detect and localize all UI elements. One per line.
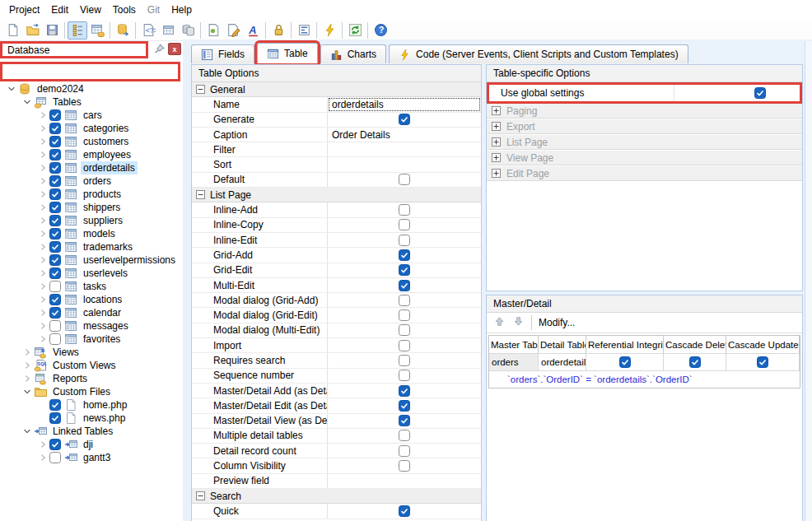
- tree-checkbox[interactable]: [49, 452, 61, 463]
- chevron-collapsed-icon[interactable]: [21, 359, 34, 372]
- chevron-collapsed-icon[interactable]: [36, 135, 49, 148]
- tree-item-employees[interactable]: employees: [0, 148, 183, 161]
- tab-fields[interactable]: Fields: [191, 44, 254, 63]
- column-header-master-table[interactable]: Master Table: [489, 336, 539, 353]
- chevron-collapsed-icon[interactable]: [36, 201, 49, 214]
- lightning-icon[interactable]: [320, 21, 339, 40]
- font-icon[interactable]: A: [243, 21, 263, 40]
- refresh-icon[interactable]: [345, 21, 365, 40]
- chevron-expanded-icon[interactable]: [21, 95, 34, 109]
- option-checkbox[interactable]: [328, 323, 481, 337]
- section-list-page[interactable]: List Page: [192, 188, 481, 202]
- chevron-collapsed-icon[interactable]: [21, 346, 34, 359]
- chevron-collapsed-icon[interactable]: [36, 161, 49, 174]
- menu-view[interactable]: View: [74, 4, 107, 16]
- tree-item-favorites[interactable]: favorites: [0, 333, 183, 346]
- option-checkbox[interactable]: [328, 308, 481, 322]
- option-value[interactable]: Order Details: [328, 128, 481, 142]
- table-grid-icon[interactable]: [158, 21, 178, 40]
- tree-item-customers[interactable]: customers: [0, 135, 183, 148]
- tab-table[interactable]: Table: [257, 43, 318, 63]
- option-checkbox[interactable]: [328, 293, 481, 307]
- chevron-collapsed-icon[interactable]: [36, 306, 49, 319]
- tree-filter-input[interactable]: [0, 62, 180, 81]
- tree-item-models[interactable]: models: [0, 227, 183, 240]
- tree-checkbox[interactable]: [49, 109, 61, 121]
- tab-charts[interactable]: Charts: [320, 44, 386, 63]
- section-general[interactable]: General: [192, 82, 481, 97]
- tree-checkbox[interactable]: [49, 215, 61, 226]
- page-settings-icon[interactable]: [203, 21, 223, 40]
- tree-item-reports[interactable]: Reports: [0, 372, 183, 385]
- right-scrollbar[interactable]: [805, 41, 812, 521]
- table-designer-icon[interactable]: [87, 21, 107, 40]
- option-value[interactable]: [328, 157, 481, 171]
- tree-item-cars[interactable]: cars: [0, 109, 183, 122]
- tree-checkbox[interactable]: [49, 202, 61, 213]
- chevron-collapsed-icon[interactable]: [36, 109, 49, 122]
- master-detail-checkbox[interactable]: [726, 353, 800, 370]
- column-header-referential-integrity[interactable]: Referential Integrity: [586, 336, 664, 353]
- option-checkbox[interactable]: [328, 414, 481, 428]
- page-edit-icon[interactable]: [223, 21, 243, 40]
- open-folder-icon[interactable]: [22, 21, 42, 40]
- use-global-settings-checkbox[interactable]: [674, 85, 800, 101]
- column-header-detail-table[interactable]: Detail Table: [539, 336, 586, 353]
- option-checkbox[interactable]: [328, 384, 481, 398]
- tree-checkbox[interactable]: [49, 175, 61, 187]
- new-page-icon[interactable]: [2, 21, 22, 40]
- collapsed-section-export[interactable]: Export: [487, 119, 802, 134]
- option-checkbox[interactable]: [328, 444, 481, 458]
- tree-checkbox[interactable]: [49, 399, 61, 411]
- chevron-expanded-icon[interactable]: [21, 385, 34, 398]
- db-copy-icon[interactable]: [178, 21, 198, 40]
- chevron-collapsed-icon[interactable]: [36, 333, 49, 346]
- tree-checkbox[interactable]: [49, 123, 61, 134]
- tree-checkbox[interactable]: [49, 333, 61, 345]
- query-page-icon[interactable]: <?>: [138, 21, 158, 40]
- tree-item-demo2024[interactable]: demo2024: [0, 82, 183, 95]
- option-checkbox[interactable]: [328, 173, 481, 187]
- db-export-icon[interactable]: [113, 21, 133, 40]
- tree-item-home-php[interactable]: home.php: [0, 398, 183, 412]
- tree-item-gantt3[interactable]: gantt3: [0, 451, 183, 464]
- tree-checkbox[interactable]: [49, 439, 61, 450]
- tree-checkbox[interactable]: [49, 254, 61, 266]
- tree-checkbox[interactable]: [49, 136, 61, 147]
- tree-checkbox[interactable]: [49, 320, 61, 332]
- tree-checkbox[interactable]: [49, 162, 61, 174]
- menu-project[interactable]: Project: [3, 4, 45, 16]
- option-checkbox[interactable]: [328, 369, 481, 383]
- tree-checkbox[interactable]: [49, 294, 61, 305]
- chevron-collapsed-icon[interactable]: [36, 174, 49, 188]
- tree-checkbox[interactable]: [49, 241, 61, 253]
- tree-item-calendar[interactable]: calendar: [0, 306, 183, 319]
- tree-item-products[interactable]: products: [0, 188, 183, 201]
- option-checkbox[interactable]: [328, 113, 481, 127]
- option-checkbox[interactable]: [328, 429, 481, 443]
- move-up-button[interactable]: [493, 315, 506, 330]
- tab-code[interactable]: Code (Server Events, Client Scripts and …: [389, 44, 688, 63]
- chevron-collapsed-icon[interactable]: [36, 148, 49, 161]
- tree-item-news-php[interactable]: news.php: [0, 412, 183, 425]
- tree-item-tasks[interactable]: tasks: [0, 280, 183, 293]
- option-value[interactable]: orderdetails: [328, 97, 481, 111]
- tree-item-tables[interactable]: Tables: [0, 95, 183, 109]
- menu-edit[interactable]: Edit: [45, 4, 74, 16]
- tree-checkbox[interactable]: [49, 228, 61, 240]
- option-checkbox[interactable]: [328, 278, 481, 292]
- master-detail-checkbox[interactable]: [664, 353, 726, 370]
- modify-button[interactable]: Modify...: [539, 317, 575, 328]
- tree-item-messages[interactable]: messages: [0, 319, 183, 333]
- tree-item-custom-files[interactable]: Custom Files: [0, 385, 183, 398]
- tree-item-categories[interactable]: categories: [0, 122, 183, 135]
- chevron-collapsed-icon[interactable]: [36, 240, 49, 254]
- chevron-collapsed-icon[interactable]: [36, 227, 49, 240]
- tree-item-custom-views[interactable]: SQLCustom Views: [0, 359, 183, 372]
- tree-checkbox[interactable]: [49, 281, 61, 292]
- chevron-collapsed-icon[interactable]: [21, 372, 34, 385]
- option-checkbox[interactable]: [328, 202, 481, 216]
- option-checkbox[interactable]: [328, 458, 481, 472]
- move-down-button[interactable]: [512, 315, 525, 330]
- chevron-collapsed-icon[interactable]: [36, 280, 49, 293]
